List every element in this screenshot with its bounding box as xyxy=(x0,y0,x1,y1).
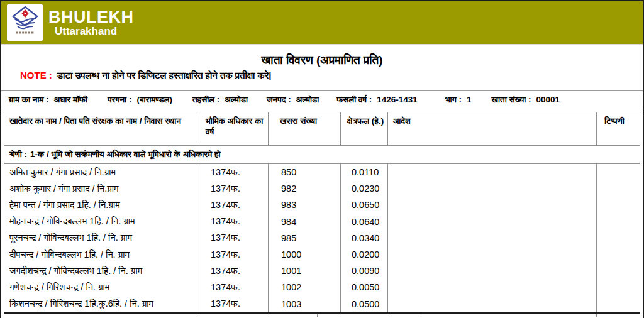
cell-remark xyxy=(597,296,640,312)
cell-remark xyxy=(597,164,640,180)
cell-year: 1374फ. xyxy=(199,230,269,246)
cell-remark xyxy=(597,214,640,230)
cell-year: 1374फ. xyxy=(199,279,269,295)
cell-area: 0.0230 xyxy=(341,180,388,197)
cell-order xyxy=(388,263,597,279)
table-row: मोहनचन्द्र / गोविन्दबल्लभ 1हि. / नि. ग्र… xyxy=(4,214,640,230)
cell-remark xyxy=(597,263,640,279)
cell-khasra: 982 xyxy=(269,180,341,197)
cell-name: पूरनचन्द्र / गोविन्दबल्लभ 1हि. / नि. ग्र… xyxy=(4,230,199,246)
cell-year: 1374फ. xyxy=(199,164,269,180)
cell-khasra: 1002 xyxy=(269,279,341,295)
cell-name: जगदीशचन्द्र / गोविन्दबल्लभ 1हि. / नि. ग्… xyxy=(4,263,199,279)
cell-year: 1374फ. xyxy=(199,263,269,279)
info-khata-number: खाता संख्या :00001 xyxy=(491,95,560,105)
cell-name: किशनचन्द्र / गिरिशचन्द्र 1हि.कु.6हि. / न… xyxy=(4,296,199,312)
info-village: ग्राम का नाम :अघार मॉफी xyxy=(9,95,87,105)
cell-year: 1374फ. xyxy=(199,246,269,263)
cell-order xyxy=(388,197,597,213)
uttarakhand-emblem-logo xyxy=(7,4,43,41)
info-district: जनपद :अल्मोडा xyxy=(267,95,319,105)
brand-subtitle: Uttarakhand xyxy=(55,26,134,37)
info-pargana: परगना :(बारामण्डल) xyxy=(108,95,172,105)
cell-area: 0.0200 xyxy=(341,246,388,263)
col-header-remark: टिप्पणी xyxy=(597,112,640,145)
note-text: डाटा उपलब्ध ना होने पर डिजिटल हस्ताक्षरि… xyxy=(57,70,272,80)
cell-remark xyxy=(597,197,640,213)
cell-remark xyxy=(597,230,640,246)
table-row: अमित कुमार / गंगा प्रसाद / नि.ग्राम 1374… xyxy=(4,164,640,180)
table-row: पूरनचन्द्र / गोविन्दबल्लभ 1हि. / नि. ग्र… xyxy=(4,230,640,246)
info-fasli-year: फसली वर्ष :1426-1431 xyxy=(336,95,417,105)
cell-order xyxy=(388,230,597,246)
uttarakhand-emblem-icon xyxy=(11,6,40,40)
record-info-bar: ग्राम का नाम :अघार मॉफी परगना :(बारामण्ड… xyxy=(1,90,643,109)
table-row: अशोक कुमार / गंगा प्रसाद / नि.ग्राम 1374… xyxy=(4,180,640,197)
cell-order xyxy=(388,164,597,180)
next-section-edge xyxy=(4,314,640,317)
cell-name: दीपचन्द्र / गोविन्दबल्लभ 1हि. / नि. ग्रा… xyxy=(4,246,199,263)
cell-year: 1374फ. xyxy=(199,214,269,230)
info-tehsil: तहसील :अल्मोडा xyxy=(192,95,248,105)
cell-khasra: 850 xyxy=(269,164,341,180)
table-row: हेमा पन्त / गंगा प्रसाद 1हि. / नि.ग्राम … xyxy=(4,197,640,213)
table-body: अमित कुमार / गंगा प्रसाद / नि.ग्राम 1374… xyxy=(4,164,640,312)
cell-khasra: 1000 xyxy=(269,246,341,263)
category-label: श्रेणी : xyxy=(9,150,27,160)
cell-remark xyxy=(597,180,640,197)
brand-text: BHULEKH Uttarakhand xyxy=(48,8,134,37)
cell-name: अमित कुमार / गंगा प्रसाद / नि.ग्राम xyxy=(4,164,199,180)
col-header-khasra-number: खसरा संख्या xyxy=(269,112,341,145)
cell-name: अशोक कुमार / गंगा प्रसाद / नि.ग्राम xyxy=(4,180,199,197)
brand-header: BHULEKH Uttarakhand xyxy=(1,1,643,45)
cell-khasra: 1001 xyxy=(269,263,341,279)
info-part: भाग :1 xyxy=(445,95,472,105)
cell-order xyxy=(388,214,597,230)
cell-order xyxy=(388,296,597,312)
cell-year: 1374फ. xyxy=(199,197,269,213)
col-header-khatedar-name: खातेदार का नाम / पिता पति संरक्षक का नाम… xyxy=(4,112,199,145)
cell-order xyxy=(388,279,597,295)
table-row: दीपचन्द्र / गोविन्दबल्लभ 1हि. / नि. ग्रा… xyxy=(4,246,640,263)
cell-name: हेमा पन्त / गंगा प्रसाद 1हि. / नि.ग्राम xyxy=(4,197,199,213)
khata-vivaran-page: BHULEKH Uttarakhand खाता विवरण (अप्रमाणि… xyxy=(0,0,644,318)
cell-remark xyxy=(597,246,640,263)
table-row: गणेशचन्द्र / गिरिशचन्द्र / नि. ग्राम 137… xyxy=(4,279,640,295)
note-label: NOTE : xyxy=(20,70,52,80)
cell-khasra: 983 xyxy=(269,197,341,213)
page-title: खाता विवरण (अप्रमाणित प्रति) xyxy=(1,53,643,67)
cell-area: 0.0650 xyxy=(341,197,388,213)
cell-order xyxy=(388,246,597,263)
cell-name: मोहनचन्द्र / गोविन्दबल्लभ 1हि. / नि. ग्र… xyxy=(4,214,199,230)
cell-name: गणेशचन्द्र / गिरिशचन्द्र / नि. ग्राम xyxy=(4,279,199,295)
col-header-bhoomik-adhikar-year: भौमिक अधिकार का वर्ष xyxy=(199,112,269,145)
cell-order xyxy=(388,180,597,197)
cell-year: 1374फ. xyxy=(199,180,269,197)
table-row: जगदीशचन्द्र / गोविन्दबल्लभ 1हि. / नि. ग्… xyxy=(4,263,640,279)
cell-area: 0.0110 xyxy=(341,164,388,180)
cell-khasra: 1003 xyxy=(269,296,341,312)
table-header-row: खातेदार का नाम / पिता पति संरक्षक का नाम… xyxy=(4,112,640,146)
cell-area: 0.0340 xyxy=(341,230,388,246)
note-line: NOTE :डाटा उपलब्ध ना होने पर डिजिटल हस्त… xyxy=(20,70,643,82)
cell-khasra: 985 xyxy=(269,230,341,246)
cell-khasra: 984 xyxy=(269,214,341,230)
category-text: 1-क / भूमि जो सक्रंमणीय अधिकार वाले भूमि… xyxy=(30,150,221,160)
cell-area: 0.0090 xyxy=(341,263,388,279)
cell-area: 0.0500 xyxy=(341,296,388,312)
col-header-order: आदेश xyxy=(388,112,597,145)
records-table: खातेदार का नाम / पिता पति संरक्षक का नाम… xyxy=(4,112,640,317)
col-header-area-hectare: क्षेत्रफल (हे.) xyxy=(341,112,388,145)
category-row: श्रेणी : 1-क / भूमि जो सक्रंमणीय अधिकार … xyxy=(4,146,640,164)
cell-year: 1374फ. xyxy=(199,296,269,312)
table-row: किशनचन्द्र / गिरिशचन्द्र 1हि.कु.6हि. / न… xyxy=(4,296,640,312)
brand-title: BHULEKH xyxy=(48,8,134,26)
cell-area: 0.0640 xyxy=(341,214,388,230)
cell-remark xyxy=(597,279,640,295)
cell-area: 0.0050 xyxy=(341,279,388,295)
